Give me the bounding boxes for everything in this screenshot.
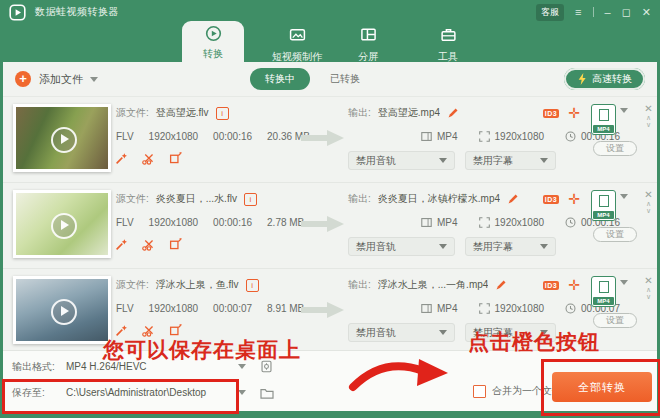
remove-row-icon[interactable]: ✕ (644, 104, 652, 114)
media-info-icon[interactable]: i (216, 107, 229, 120)
menu-icon[interactable]: ≡ (575, 7, 581, 18)
add-track-plus-icon[interactable]: ✛ (568, 278, 580, 292)
output-resolution: 1920x1080 (495, 131, 545, 142)
source-resolution: 1920x1080 (149, 131, 199, 142)
clock-icon (565, 131, 576, 142)
output-format: MP4 (437, 131, 458, 142)
format-badge-label: MP4 (593, 211, 614, 219)
remove-row-icon[interactable]: ✕ (644, 190, 652, 200)
list-toolbar: + 添加文件 转换中 已转换 高速转换 (3, 62, 657, 97)
tools-icon (440, 26, 457, 43)
add-track-plus-icon[interactable]: ✛ (568, 192, 580, 206)
output-filename: 登高望远.mp4 (378, 106, 440, 120)
output-label: 输出: (348, 192, 371, 206)
audio-track-value: 禁用音轨 (356, 326, 396, 340)
media-info-icon[interactable]: i (246, 279, 259, 292)
merge-files-option[interactable]: 合并为一个文件 (473, 384, 562, 398)
crop-edit-icon[interactable] (169, 238, 182, 251)
chevron-down-icon (238, 390, 246, 395)
add-files-plus-icon[interactable]: + (15, 71, 31, 87)
subtitle-select[interactable]: 禁用字幕 (465, 151, 556, 170)
source-label: 源文件: (116, 106, 149, 120)
audio-track-select[interactable]: 禁用音轨 (348, 323, 455, 342)
maximize-button[interactable]: ◻ (622, 7, 631, 18)
row-settings-button[interactable]: 设置 (593, 141, 637, 156)
rename-pencil-icon[interactable] (447, 107, 459, 119)
rename-pencil-icon[interactable] (507, 193, 519, 205)
id3-tag-icon[interactable]: ID3 (543, 281, 559, 290)
source-size: 2.78 MB (267, 217, 304, 228)
format-caret-icon[interactable] (620, 108, 628, 113)
remove-row-icon[interactable]: ✕ (644, 276, 652, 286)
format-badge-label: MP4 (593, 125, 614, 133)
source-label: 源文件: (116, 278, 149, 292)
add-track-plus-icon[interactable]: ✛ (568, 106, 580, 120)
output-format-label: 输出格式: (12, 360, 62, 374)
tab-short-video[interactable]: 短视频制作 (257, 26, 337, 64)
source-format: FLV (116, 131, 134, 142)
add-files-button[interactable]: 添加文件 (39, 72, 83, 87)
app-title: 数据蛙视频转换器 (35, 5, 119, 19)
add-files-caret-icon[interactable] (90, 77, 98, 82)
row-settings-button[interactable]: 设置 (593, 227, 637, 242)
support-button[interactable]: 客服 (536, 4, 564, 21)
move-down-icon[interactable]: ∨ (646, 294, 651, 300)
short-video-icon (289, 26, 306, 43)
row-settings-button[interactable]: 设置 (593, 313, 637, 328)
app-logo-icon (9, 4, 26, 21)
tab-convert-label: 转换 (182, 47, 244, 61)
chevron-down-icon (540, 158, 548, 163)
trim-scissors-icon[interactable] (142, 152, 155, 165)
id3-tag-icon[interactable]: ID3 (543, 109, 559, 118)
merge-checkbox[interactable] (473, 385, 486, 398)
play-icon[interactable] (51, 213, 77, 239)
convert-all-button[interactable]: 全部转换 (552, 372, 652, 402)
split-screen-icon (360, 26, 377, 43)
play-icon[interactable] (51, 127, 77, 153)
tab-converting[interactable]: 转换中 (250, 68, 310, 90)
tab-converted[interactable]: 已转换 (330, 72, 360, 86)
save-to-select[interactable]: C:\Users\Administrator\Desktop (62, 383, 250, 402)
source-format: FLV (116, 217, 134, 228)
chevron-down-icon (439, 244, 447, 249)
id3-tag-icon[interactable]: ID3 (543, 195, 559, 204)
format-caret-icon[interactable] (620, 194, 628, 199)
tab-tools[interactable]: 工具 (420, 26, 476, 64)
source-duration: 00:00:16 (213, 217, 252, 228)
trim-scissors-icon[interactable] (142, 238, 155, 251)
source-label: 源文件: (116, 192, 149, 206)
tab-convert[interactable]: 转换 (182, 21, 244, 62)
open-folder-icon[interactable] (260, 387, 274, 399)
frame-icon (421, 303, 432, 314)
move-down-icon[interactable]: ∨ (646, 208, 651, 214)
media-info-icon[interactable]: i (244, 193, 257, 206)
close-button[interactable]: ✕ (642, 7, 651, 18)
minimize-button[interactable]: – (605, 7, 611, 18)
format-caret-icon[interactable] (620, 280, 628, 285)
file-row: 源文件: 炎炎夏日，...水.flv i FLV 1920x1080 00:00… (3, 183, 657, 269)
annotation-save-hint: 您可以保存在桌面上 (103, 336, 301, 364)
video-thumbnail[interactable] (13, 104, 111, 172)
crop-edit-icon[interactable] (169, 152, 182, 165)
output-format-badge[interactable]: MP4 (591, 190, 616, 221)
output-format-badge[interactable]: MP4 (591, 276, 616, 307)
audio-track-select[interactable]: 禁用音轨 (348, 237, 455, 256)
source-resolution: 1920x1080 (149, 303, 199, 314)
source-format: FLV (116, 303, 134, 314)
fast-convert-label: 高速转换 (592, 72, 632, 86)
output-label: 输出: (348, 106, 371, 120)
rename-pencil-icon[interactable] (495, 279, 507, 291)
fast-convert-button[interactable]: 高速转换 (564, 68, 645, 90)
output-format-badge[interactable]: MP4 (591, 104, 616, 135)
effect-wand-icon[interactable] (115, 238, 128, 251)
video-thumbnail[interactable] (13, 276, 111, 344)
audio-track-select[interactable]: 禁用音轨 (348, 151, 455, 170)
video-thumbnail[interactable] (13, 190, 111, 258)
move-down-icon[interactable]: ∨ (646, 122, 651, 128)
source-resolution: 1920x1080 (149, 217, 199, 228)
subtitle-select[interactable]: 禁用字幕 (465, 237, 556, 256)
format-badge-label: MP4 (593, 297, 614, 305)
tab-split-screen[interactable]: 分屏 (343, 26, 393, 64)
play-icon[interactable] (51, 299, 77, 325)
effect-wand-icon[interactable] (115, 152, 128, 165)
